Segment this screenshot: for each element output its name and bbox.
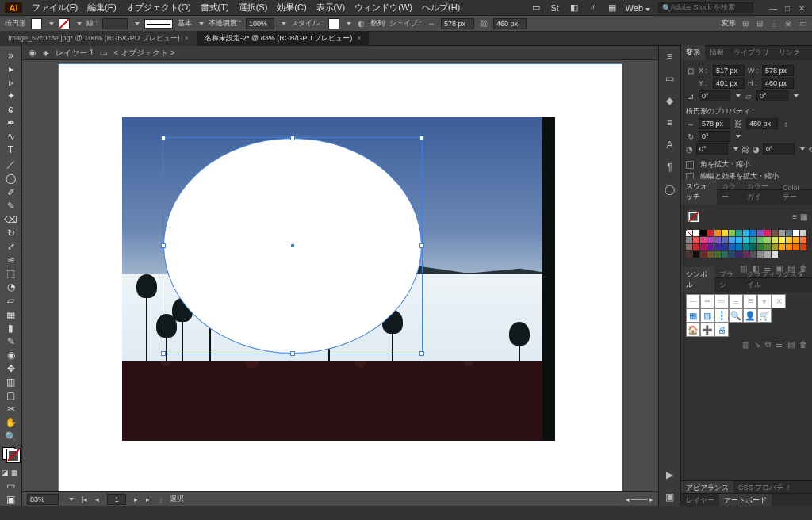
zoom-tool[interactable]: 🔍 [2, 430, 21, 442]
y-field[interactable]: 401 px [713, 78, 745, 89]
swatch[interactable] [736, 230, 742, 236]
panel-strip-icon[interactable]: ◆ [661, 92, 679, 109]
resize-handle[interactable] [419, 351, 424, 356]
swatch[interactable] [757, 251, 764, 258]
panel-tab-graphicstyles[interactable]: グラフィックスタイル [742, 267, 812, 292]
symbol-item[interactable]: ➕ [700, 323, 714, 337]
menu-view[interactable]: 表示(V) [316, 2, 346, 13]
screen-mode-icon[interactable]: ▭ [2, 480, 21, 492]
top-icon[interactable]: 〃 [588, 2, 599, 13]
delete-symbol-icon[interactable]: 🗑 [799, 340, 807, 350]
artboard-number[interactable]: 1 [107, 494, 126, 505]
menu-effect[interactable]: 効果(C) [277, 2, 306, 13]
panel-strip-play-icon[interactable]: ▶ [661, 466, 679, 484]
swatch-view-icon[interactable]: ▦ [800, 212, 807, 221]
angle-field[interactable]: 0° [699, 90, 730, 101]
swatch[interactable] [722, 237, 728, 243]
swatch[interactable] [693, 244, 699, 250]
panel-strip-icon[interactable]: ¶ [661, 159, 679, 176]
swatch[interactable] [764, 251, 771, 258]
panel-strip-icon[interactable]: ◯ [661, 181, 679, 198]
window-minimize[interactable]: ― [768, 4, 779, 12]
hand-tool[interactable]: ✋ [2, 417, 21, 429]
link-icon[interactable]: ⛓ [741, 144, 749, 154]
swatch[interactable] [800, 237, 806, 243]
panel-tab-colorguide[interactable]: カラーガイ [742, 179, 778, 205]
swatch[interactable] [764, 237, 771, 243]
panel-strip-icon[interactable]: ▭ [661, 70, 679, 87]
curvature-tool[interactable]: ∿ [2, 131, 21, 143]
swatch[interactable] [729, 244, 735, 250]
layer-name[interactable]: レイヤー 1 [56, 48, 94, 59]
shape-angle-field[interactable]: 0° [699, 131, 730, 142]
resize-handle[interactable] [419, 243, 424, 248]
window-close[interactable]: ✕ [796, 4, 807, 12]
swatch[interactable] [793, 230, 799, 236]
reference-point-icon[interactable]: ⊡ [686, 66, 695, 75]
swatch[interactable] [772, 230, 778, 236]
swatch[interactable] [757, 244, 764, 250]
symbol-item[interactable]: ▾ [757, 294, 772, 308]
shape-h-field[interactable]: 460 px [746, 118, 778, 129]
rotate-tool[interactable]: ↻ [2, 227, 21, 239]
h-field[interactable]: 460 px [762, 78, 794, 89]
swatch[interactable] [764, 244, 771, 250]
control-icon[interactable]: ※ [783, 19, 793, 29]
tabs-toggle-icon[interactable]: » [2, 49, 21, 61]
top-icon[interactable]: ▭ [530, 2, 542, 13]
control-icon[interactable]: ⋮ [769, 19, 779, 29]
stroke-weight-field[interactable] [102, 18, 128, 29]
swatch[interactable] [722, 230, 728, 236]
symbol-item[interactable]: ─ [686, 294, 700, 308]
transform-label[interactable]: 変形 [722, 18, 736, 29]
lasso-tool[interactable]: ɕ [2, 103, 21, 115]
swatch[interactable] [707, 237, 714, 243]
panel-tab-info[interactable]: 情報 [705, 45, 729, 60]
stock-search[interactable]: 🔍 Adobe Stock を検索 [658, 2, 753, 13]
symbol-item[interactable]: ▦ [686, 308, 700, 323]
workspace-switcher[interactable]: Web [626, 3, 650, 13]
layers-icon[interactable]: ◈ [43, 48, 49, 57]
swatch[interactable] [779, 237, 785, 243]
artboard-tool[interactable]: ▢ [2, 390, 21, 402]
menu-object[interactable]: オブジェクト(O) [126, 2, 191, 13]
document-tab-active[interactable]: 名称未設定-2* @ 83% (RGB/GPU プレビュー)× [197, 31, 369, 46]
swatch[interactable] [722, 244, 728, 250]
selection-bounding-box[interactable] [163, 137, 423, 354]
symbol-item[interactable]: ┇ [714, 308, 729, 323]
window-maximize[interactable]: □ [782, 4, 793, 12]
symbol-item[interactable]: 🛒 [757, 308, 772, 323]
magic-wand-tool[interactable]: ✦ [2, 90, 21, 101]
control-icon[interactable]: ⊟ [755, 19, 764, 29]
object-breadcrumb[interactable]: < オブジェクト > [113, 48, 174, 59]
panel-tab-brushes[interactable]: ブラシ [714, 267, 742, 292]
swatch[interactable] [714, 251, 721, 258]
swatch[interactable] [793, 237, 799, 243]
place-symbol-icon[interactable]: ↘ [754, 340, 760, 350]
blend-tool[interactable]: ◉ [2, 349, 21, 361]
pie-end-field[interactable]: 0° [763, 143, 795, 155]
slice-tool[interactable]: ✂ [2, 403, 21, 415]
swatch[interactable] [729, 251, 735, 258]
symbol-item[interactable]: 👤 [743, 308, 757, 323]
panel-tab-library[interactable]: ライブラリ [729, 45, 774, 60]
swatch[interactable] [743, 251, 749, 258]
scale-corners-checkbox[interactable] [686, 161, 694, 169]
resize-handle[interactable] [419, 136, 424, 140]
swatch-view-icon[interactable]: ≡ [792, 212, 797, 221]
swatch[interactable] [786, 230, 792, 236]
fill-stroke-indicator[interactable] [2, 447, 20, 461]
shape-builder-tool[interactable]: ◔ [2, 281, 21, 293]
swatch[interactable] [743, 237, 749, 243]
selection-tool[interactable]: ▸ [2, 63, 21, 75]
stroke-style-sample[interactable] [144, 19, 173, 29]
resize-handle[interactable] [290, 351, 295, 356]
shaper-tool[interactable]: ✎ [2, 200, 21, 212]
swatch[interactable] [757, 230, 764, 236]
resize-handle[interactable] [290, 136, 295, 140]
panel-tab-appearance[interactable]: アピアランス [681, 481, 733, 493]
symbol-item[interactable]: 🔍 [729, 308, 743, 323]
scale-tool[interactable]: ⤢ [2, 240, 21, 252]
menu-help[interactable]: ヘルプ(H) [422, 2, 460, 13]
visibility-icon[interactable]: ◉ [29, 48, 36, 58]
